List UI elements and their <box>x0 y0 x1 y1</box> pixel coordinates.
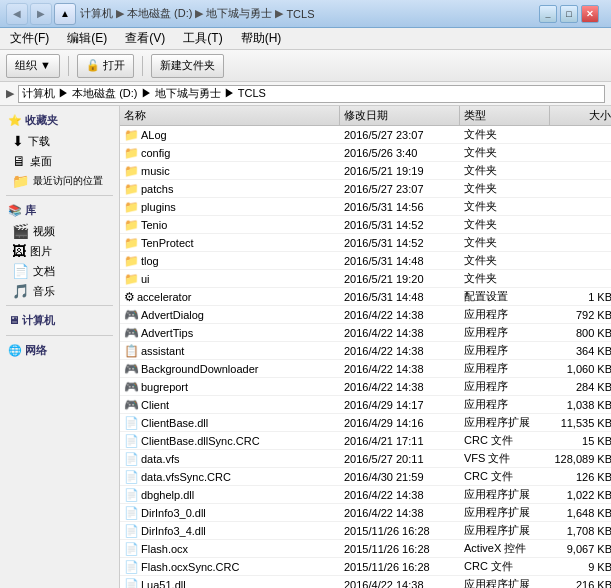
main-layout: ⭐ 收藏夹 ⬇ 下载 🖥 桌面 📁 最近访问的位置 📚 库 <box>0 106 611 588</box>
table-row[interactable]: 🎮Client2016/4/29 14:17应用程序1,038 KB <box>120 396 611 414</box>
file-type: 应用程序 <box>460 378 550 395</box>
open-button[interactable]: 🔓 打开 <box>77 54 134 78</box>
table-row[interactable]: 📁config2016/5/26 3:40文件夹 <box>120 144 611 162</box>
file-name: DirInfo3_0.dll <box>141 507 206 519</box>
table-row[interactable]: 📁plugins2016/5/31 14:56文件夹 <box>120 198 611 216</box>
sidebar-header-favorites[interactable]: ⭐ 收藏夹 <box>0 110 119 131</box>
col-header-size[interactable]: 大小 <box>550 106 611 125</box>
sidebar-item-document[interactable]: 📄 文档 <box>0 261 119 281</box>
col-header-name[interactable]: 名称 <box>120 106 340 125</box>
toolbar-separator-2 <box>142 56 143 76</box>
table-row[interactable]: 📄data.vfs2016/5/27 20:11VFS 文件128,089 KB <box>120 450 611 468</box>
window-controls: _ □ ✕ <box>539 5 599 23</box>
sidebar-item-download[interactable]: ⬇ 下载 <box>0 131 119 151</box>
address-input[interactable] <box>18 85 605 103</box>
sidebar-header-network[interactable]: 🌐 网络 <box>0 340 119 361</box>
table-row[interactable]: 📄Flash.ocxSync.CRC2015/11/26 16:28CRC 文件… <box>120 558 611 576</box>
menu-tools[interactable]: 工具(T) <box>179 28 226 49</box>
table-row[interactable]: 🎮AdvertTips2016/4/22 14:38应用程序800 KB <box>120 324 611 342</box>
table-row[interactable]: 📁ALog2016/5/27 23:07文件夹 <box>120 126 611 144</box>
table-row[interactable]: 🎮AdvertDialog2016/4/22 14:38应用程序792 KB <box>120 306 611 324</box>
table-row[interactable]: 📄Lua51.dll2016/4/22 14:38应用程序扩展216 KB <box>120 576 611 588</box>
new-folder-button[interactable]: 新建文件夹 <box>151 54 224 78</box>
file-size: 9 KB <box>550 560 611 574</box>
file-type: 应用程序扩展 <box>460 414 550 431</box>
file-type: 应用程序扩展 <box>460 504 550 521</box>
file-size <box>550 242 611 244</box>
menu-view[interactable]: 查看(V) <box>121 28 169 49</box>
file-icon: 📄 <box>124 434 139 448</box>
file-icon: 📁 <box>124 236 139 250</box>
table-row[interactable]: 📁patchs2016/5/27 23:07文件夹 <box>120 180 611 198</box>
table-row[interactable]: 📄Flash.ocx2015/11/26 16:28ActiveX 控件9,06… <box>120 540 611 558</box>
file-date: 2016/4/22 14:38 <box>340 506 460 520</box>
table-row[interactable]: 📁music2016/5/21 19:19文件夹 <box>120 162 611 180</box>
file-size <box>550 170 611 172</box>
sidebar-item-video[interactable]: 🎬 视频 <box>0 221 119 241</box>
menu-help[interactable]: 帮助(H) <box>237 28 286 49</box>
file-date: 2016/4/29 14:17 <box>340 398 460 412</box>
file-icon: 🎮 <box>124 308 139 322</box>
star-icon: ⭐ <box>8 114 22 126</box>
file-size: 284 KB <box>550 380 611 394</box>
maximize-button[interactable]: □ <box>560 5 578 23</box>
table-row[interactable]: 📄ClientBase.dll2016/4/29 14:16应用程序扩展11,5… <box>120 414 611 432</box>
sidebar-item-music[interactable]: 🎵 音乐 <box>0 281 119 301</box>
table-row[interactable]: 📄ClientBase.dllSync.CRC2016/4/21 17:11CR… <box>120 432 611 450</box>
file-name: Flash.ocxSync.CRC <box>141 561 239 573</box>
file-icon: 📄 <box>124 470 139 484</box>
path-disk: 本地磁盘 (D:) <box>127 6 192 21</box>
col-header-date[interactable]: 修改日期 <box>340 106 460 125</box>
table-row[interactable]: 📁tlog2016/5/31 14:48文件夹 <box>120 252 611 270</box>
music-icon: 🎵 <box>12 283 29 299</box>
table-row[interactable]: 📋assistant2016/4/22 14:38应用程序364 KB <box>120 342 611 360</box>
table-row[interactable]: 📄data.vfsSync.CRC2016/4/30 21:59CRC 文件12… <box>120 468 611 486</box>
menu-file[interactable]: 文件(F) <box>6 28 53 49</box>
forward-button[interactable]: ▶ <box>30 3 52 25</box>
file-icon: 📄 <box>124 578 139 589</box>
up-button[interactable]: ▲ <box>54 3 76 25</box>
table-row[interactable]: 📄dbghelp.dll2016/4/22 14:38应用程序扩展1,022 K… <box>120 486 611 504</box>
table-row[interactable]: 📁TenProtect2016/5/31 14:52文件夹 <box>120 234 611 252</box>
menu-edit[interactable]: 编辑(E) <box>63 28 111 49</box>
file-name: ClientBase.dll <box>141 417 208 429</box>
file-type: 配置设置 <box>460 288 550 305</box>
file-type: 应用程序扩展 <box>460 576 550 588</box>
menu-bar: 文件(F) 编辑(E) 查看(V) 工具(T) 帮助(H) <box>0 28 611 50</box>
desktop-label: 桌面 <box>30 154 52 169</box>
file-size: 11,535 KB <box>550 416 611 430</box>
path-game: 地下城与勇士 <box>206 6 272 21</box>
video-icon: 🎬 <box>12 223 29 239</box>
table-row[interactable]: 📁Tenio2016/5/31 14:52文件夹 <box>120 216 611 234</box>
sidebar-item-recent[interactable]: 📁 最近访问的位置 <box>0 171 119 191</box>
back-button[interactable]: ◀ <box>6 3 28 25</box>
table-row[interactable]: 🎮BackgroundDownloader2016/4/22 14:38应用程序… <box>120 360 611 378</box>
file-date: 2016/5/31 14:48 <box>340 290 460 304</box>
table-row[interactable]: ⚙accelerator2016/5/31 14:48配置设置1 KB <box>120 288 611 306</box>
file-icon: 📁 <box>124 218 139 232</box>
file-name: tlog <box>141 255 159 267</box>
sidebar-header-library[interactable]: 📚 库 <box>0 200 119 221</box>
recent-label: 最近访问的位置 <box>33 174 103 188</box>
sidebar-header-computer[interactable]: 🖥 计算机 <box>0 310 119 331</box>
file-name: TenProtect <box>141 237 194 249</box>
close-button[interactable]: ✕ <box>581 5 599 23</box>
table-row[interactable]: 📄DirInfo3_0.dll2016/4/22 14:38应用程序扩展1,64… <box>120 504 611 522</box>
file-date: 2016/4/22 14:38 <box>340 380 460 394</box>
table-row[interactable]: 📁ui2016/5/21 19:20文件夹 <box>120 270 611 288</box>
sidebar: ⭐ 收藏夹 ⬇ 下载 🖥 桌面 📁 最近访问的位置 📚 库 <box>0 106 120 588</box>
table-row[interactable]: 📄DirInfo3_4.dll2015/11/26 16:28应用程序扩展1,7… <box>120 522 611 540</box>
file-type: 应用程序扩展 <box>460 522 550 539</box>
title-bar: ◀ ▶ ▲ 计算机 ▶ 本地磁盘 (D:) ▶ 地下城与勇士 ▶ TCLS _ … <box>0 0 611 28</box>
file-list[interactable]: 📁ALog2016/5/27 23:07文件夹📁config2016/5/26 … <box>120 126 611 588</box>
table-row[interactable]: 🎮bugreport2016/4/22 14:38应用程序284 KB <box>120 378 611 396</box>
file-type: 应用程序 <box>460 396 550 413</box>
file-type: CRC 文件 <box>460 432 550 449</box>
col-header-type[interactable]: 类型 <box>460 106 550 125</box>
file-name: ClientBase.dllSync.CRC <box>141 435 260 447</box>
sidebar-item-picture[interactable]: 🖼 图片 <box>0 241 119 261</box>
minimize-button[interactable]: _ <box>539 5 557 23</box>
organize-button[interactable]: 组织 ▼ <box>6 54 60 78</box>
picture-icon: 🖼 <box>12 243 26 259</box>
sidebar-item-desktop[interactable]: 🖥 桌面 <box>0 151 119 171</box>
